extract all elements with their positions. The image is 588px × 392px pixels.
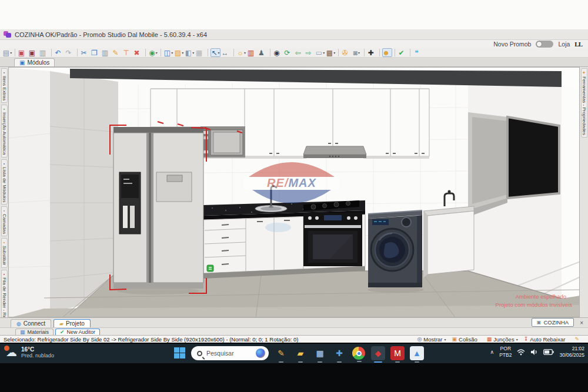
- window-frame-icon[interactable]: ▭: [315, 48, 325, 57]
- undo-icon[interactable]: ↶: [54, 48, 64, 57]
- clock[interactable]: 21:02 30/06/2025: [559, 346, 584, 359]
- oven[interactable]: [303, 213, 362, 266]
- promob-icon[interactable]: ◆: [371, 346, 385, 360]
- toolbar-separator: [379, 49, 380, 56]
- tab-connect[interactable]: ◍Connect: [11, 319, 51, 327]
- right-panel-strip: ✦Ferramentas - Propriedades: [580, 67, 588, 317]
- dimension-icon[interactable]: ↔: [221, 48, 231, 57]
- left-wall: [9, 68, 118, 317]
- key-icon[interactable]: ✇: [341, 48, 351, 57]
- toolbar-separator: [145, 49, 146, 56]
- tab-modulos[interactable]: ▣ Módulos: [14, 58, 55, 66]
- binoculars-icon[interactable]: ◫: [163, 48, 173, 57]
- mostrar-button[interactable]: ◎Mostrar: [417, 336, 446, 343]
- cube-3d-icon[interactable]: ▩: [326, 48, 336, 57]
- clipboard-icon[interactable]: ◧: [185, 48, 195, 57]
- tab-ferramentas-propriedades[interactable]: ✦Ferramentas - Propriedades: [581, 68, 587, 138]
- search-placeholder: Pesquisar: [206, 350, 252, 357]
- weather-temp: 16°C: [21, 346, 54, 353]
- mcafee-icon[interactable]: M: [390, 346, 405, 360]
- globe-icon[interactable]: ◉: [148, 48, 158, 57]
- loja-link[interactable]: Loja: [558, 41, 570, 48]
- tab-projeto[interactable]: ▰Projeto: [54, 319, 91, 327]
- language-indicator[interactable]: POR PTB2: [499, 346, 512, 359]
- washing-machine[interactable]: [368, 210, 422, 287]
- auto-rebaixar-button[interactable]: ↧Auto Rebaixar: [524, 336, 569, 343]
- redo-icon[interactable]: ↷: [65, 48, 75, 57]
- pen-app-icon[interactable]: ✎: [274, 346, 288, 360]
- wrench-icon: ✦: [582, 71, 586, 75]
- person-3d-icon[interactable]: ♟: [258, 48, 268, 57]
- brand-logo: LL: [574, 41, 582, 48]
- arrow-left-icon[interactable]: ⇦: [294, 48, 304, 57]
- base-cabinets[interactable]: [203, 213, 365, 279]
- photos-icon[interactable]: ▲: [410, 346, 424, 360]
- camera-icon[interactable]: ◙: [352, 48, 362, 57]
- catalog-icon[interactable]: ▣: [18, 48, 28, 57]
- toolbar-separator: [77, 49, 78, 56]
- pointer-icon[interactable]: ↖: [211, 48, 220, 57]
- cube-gray-icon[interactable]: ▦: [195, 48, 205, 57]
- rotate-icon[interactable]: ⟳: [283, 48, 293, 57]
- delete-icon[interactable]: ✖: [133, 48, 143, 57]
- tab-new-auditor[interactable]: ✔New Auditor: [55, 329, 100, 335]
- panel-red-icon[interactable]: ▥: [247, 48, 257, 57]
- file-explorer-icon[interactable]: ▰: [293, 346, 308, 360]
- sidebar-tab-lista-de-modulos[interactable]: ▪Lista de Módulos: [1, 159, 8, 205]
- kitchen-scene: RE/MAX: [9, 68, 580, 317]
- top-margin: [0, 0, 588, 29]
- sidebar-tab-substituir[interactable]: ▪Substituir: [1, 238, 8, 267]
- print-icon[interactable]: ▥: [39, 48, 49, 57]
- toolbar-separator: [395, 49, 395, 56]
- chat-icon[interactable]: ❝: [413, 48, 423, 57]
- juncoes-button[interactable]: ▦Junções: [487, 336, 518, 343]
- pin-icon[interactable]: ⊤: [122, 48, 132, 57]
- sidebar-tab-insercao-automatica[interactable]: ▪Inserção Automática: [1, 105, 8, 157]
- volume-icon[interactable]: [530, 349, 538, 356]
- catalog-alt-icon[interactable]: ▣: [28, 48, 38, 57]
- tab-materiais[interactable]: ▦Materiais: [15, 329, 54, 335]
- sidebar-tab-itens-extras[interactable]: ▪Itens Extras: [1, 68, 8, 103]
- document-tab-row: ◍Connect▰Projeto ▣ COZINHA ×: [0, 317, 588, 327]
- weather-widget[interactable]: ☁ 16°C Pred. nublado: [6, 346, 54, 359]
- wifi-icon[interactable]: [517, 349, 525, 356]
- system-tray: ∧ POR PTB2 21:02 30/06/2025: [490, 346, 584, 359]
- chrome-icon[interactable]: [352, 347, 365, 360]
- start-button[interactable]: [174, 347, 186, 359]
- check-icon[interactable]: ✔: [397, 48, 407, 57]
- warning-modulos-invisiveis: Projeto com módulos invisíveis: [496, 301, 572, 308]
- calculator-icon[interactable]: ▦: [313, 346, 327, 360]
- menu-bar: Novo Promob Loja LL: [0, 40, 588, 48]
- close-scene-tab-button[interactable]: ×: [577, 320, 586, 326]
- selection-status: Selecionado: Refrigerador Side By Side 0…: [4, 336, 417, 343]
- toolbar: ▤▣▣▥↶↷✂❐▥✎⊤✖◉◫▨◧▦↖↔☼▥♟◉⟳⇦⇨▭▩✇◙✚☻✔❝: [0, 48, 588, 58]
- warning-ambiente-espelhado: Ambiente espelhado: [515, 293, 566, 300]
- save-icon[interactable]: ▤: [2, 48, 12, 57]
- move-icon[interactable]: ✚: [367, 48, 377, 57]
- paste-icon[interactable]: ▥: [101, 48, 111, 57]
- sidebar-tab-camadas[interactable]: ▪Camadas: [1, 206, 8, 236]
- colisao-button[interactable]: ▣Colisão: [452, 336, 481, 343]
- fridge-handle-recess: [156, 172, 192, 202]
- light-icon[interactable]: ☼: [236, 48, 246, 57]
- tools-wrench-icon[interactable]: ✎: [574, 336, 584, 342]
- taskbar: ☁ 16°C Pred. nublado Pesquisar ✎▰▦✚◆M▲ ∧…: [0, 343, 588, 363]
- range-hood[interactable]: [303, 146, 366, 158]
- battery-icon[interactable]: [543, 349, 554, 355]
- format-brush-icon[interactable]: ✎: [112, 48, 122, 57]
- arrow-right-icon[interactable]: ⇨: [305, 48, 315, 57]
- weather-icon: ☁: [6, 347, 17, 358]
- search-icon: [197, 351, 202, 356]
- viewport-3d[interactable]: RE/MAX Ambiente espelhado Projeto com mó…: [8, 67, 580, 317]
- box-orange-icon[interactable]: ▨: [174, 48, 184, 57]
- tab-cozinha[interactable]: ▣ COZINHA: [532, 318, 574, 327]
- snip-icon[interactable]: ✚: [332, 346, 346, 360]
- eye-icon[interactable]: ◉: [273, 48, 283, 57]
- copy-icon[interactable]: ❐: [91, 48, 101, 57]
- cut-icon[interactable]: ✂: [80, 48, 90, 57]
- search-box[interactable]: Pesquisar: [191, 346, 269, 360]
- title-bar[interactable]: COZINHA OK/Padrão - Promob Studio Dal Mo…: [0, 29, 588, 40]
- tray-chevron[interactable]: ∧: [490, 349, 495, 355]
- novo-promob-toggle[interactable]: [536, 41, 553, 48]
- person-orange-icon[interactable]: ☻: [382, 48, 392, 57]
